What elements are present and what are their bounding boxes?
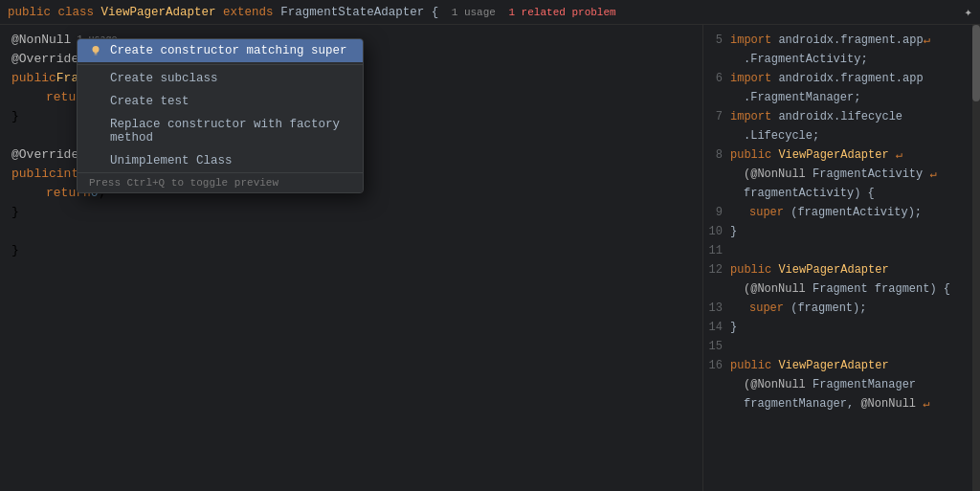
popup-footer: Press Ctrl+Q to toggle preview [78, 172, 363, 192]
right-line-16: 16 public ViewPagerAdapter [703, 356, 980, 375]
right-line-12: 12 public ViewPagerAdapter [703, 260, 980, 279]
code-line-12: } [0, 241, 702, 260]
popup-item-create-test[interactable]: Create test [78, 90, 363, 113]
scrollbar-thumb[interactable] [972, 25, 980, 101]
right-code-panel: 5 import androidx.fragment.app↵ .Fragmen… [702, 25, 980, 491]
right-line-7: 7 import androidx.lifecycle [703, 107, 980, 126]
left-code-panel: @NonNull 1 usage @Override public Fragme… [0, 25, 702, 491]
right-line-15: 15 [703, 337, 980, 356]
right-line-5: 5 import androidx.fragment.app↵ [703, 31, 980, 50]
code-line-11 [0, 222, 702, 241]
popup-item-label: Create test [110, 95, 189, 108]
popup-item-label: Create subclass [110, 72, 218, 85]
popup: Create constructor matching super Create… [77, 38, 364, 193]
right-line-10: 10 } [703, 222, 980, 241]
right-line-9: 9 super (fragmentActivity); [703, 203, 980, 222]
right-line-11: 11 [703, 241, 980, 260]
right-line-16b: (@NonNull FragmentManager [703, 375, 980, 394]
right-line-16c: fragmentManager, @NonNull ↵ [703, 394, 980, 413]
popup-overlay: Create constructor matching super Create… [77, 38, 364, 193]
corner-icon: ✦ [965, 4, 972, 20]
right-line-8: 8 public ViewPagerAdapter ↵ [703, 145, 980, 165]
popup-item-create-constructor[interactable]: Create constructor matching super [78, 39, 363, 62]
right-line-8c: fragmentActivity) { [703, 184, 980, 203]
right-line-13: 13 super (fragment); [703, 299, 980, 318]
top-bar-code: public class ViewPagerAdapter extends Fr… [8, 6, 616, 19]
right-line-6: 6 import androidx.fragment.app [703, 69, 980, 88]
right-line-12b: (@NonNull Fragment fragment) { [703, 279, 980, 299]
popup-item-label: Create constructor matching super [110, 44, 347, 57]
svg-rect-1 [95, 53, 98, 54]
right-line-5b: .FragmentActivity; [703, 50, 980, 69]
popup-item-label: Unimplement Class [110, 154, 233, 167]
main-area: @NonNull 1 usage @Override public Fragme… [0, 25, 980, 491]
popup-divider-1 [78, 64, 363, 65]
usage-badge: 1 usage [452, 7, 496, 18]
top-bar: public class ViewPagerAdapter extends Fr… [0, 0, 980, 25]
svg-rect-2 [95, 55, 98, 56]
right-line-8b: (@NonNull FragmentActivity ↵ [703, 165, 980, 184]
empty-icon-2 [89, 95, 102, 108]
problem-badge: 1 related problem [508, 7, 615, 18]
empty-icon [89, 72, 102, 85]
empty-icon-3 [89, 124, 102, 138]
popup-item-label: Replace constructor with factory method [110, 118, 351, 145]
popup-item-unimplement[interactable]: Unimplement Class [78, 149, 363, 172]
scrollbar[interactable] [972, 25, 980, 491]
right-line-7b: .Lifecycle; [703, 126, 980, 145]
bulb-icon [89, 44, 102, 57]
svg-point-0 [93, 46, 100, 53]
right-line-6b: .FragmentManager; [703, 88, 980, 107]
popup-item-replace-constructor[interactable]: Replace constructor with factory method [78, 113, 363, 149]
right-line-14: 14 } [703, 318, 980, 337]
empty-icon-4 [89, 154, 102, 167]
popup-item-create-subclass[interactable]: Create subclass [78, 67, 363, 90]
code-line-10: } [0, 203, 702, 222]
